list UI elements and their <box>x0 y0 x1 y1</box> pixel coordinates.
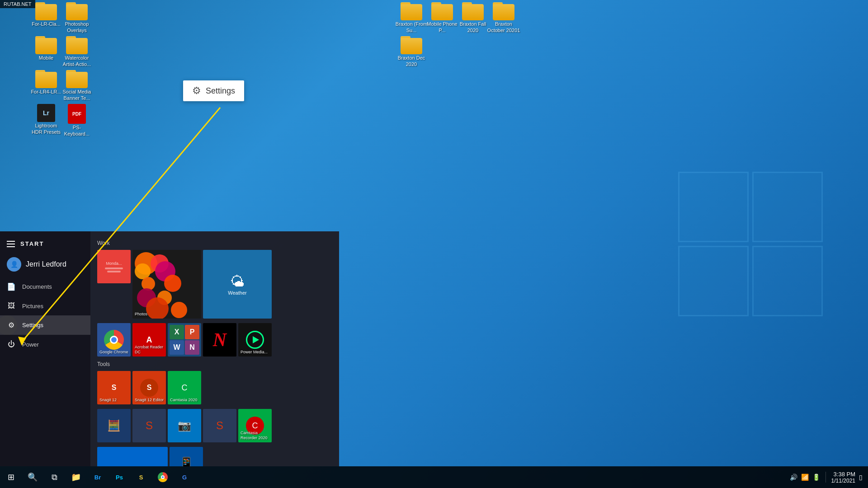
tile-yourphone[interactable]: 📱 Your Phone <box>170 447 203 466</box>
tile-photos[interactable]: Photos <box>132 250 201 319</box>
pictures-icon: 🖼 <box>7 302 16 310</box>
excel-icon: X <box>170 325 184 339</box>
acrobat-label: Acrobat Reader DC <box>135 345 166 355</box>
tile-snagit-small[interactable]: S <box>203 409 236 442</box>
user-name: Jerri Ledford <box>26 260 66 268</box>
word-icon: W <box>170 340 184 355</box>
start-menu-left: START 👤 Jerri Ledford 📄 Documents 🖼 Pict… <box>0 231 90 466</box>
start-nav-pictures[interactable]: 🖼 Pictures <box>0 296 90 315</box>
windows-logo-decoration <box>678 172 823 316</box>
section-label-work: Work <box>97 240 332 246</box>
clock-time: 3:38 PM <box>831 471 855 478</box>
hamburger-menu[interactable] <box>7 241 15 247</box>
weather-label: Weather <box>228 290 246 296</box>
powermedia-label: Power Media... <box>241 350 268 355</box>
tile-acrobat[interactable]: A Acrobat Reader DC <box>132 323 166 357</box>
tile-netflix[interactable]: N <box>203 323 236 357</box>
tile-monday[interactable]: Monda... <box>97 250 131 283</box>
clock-date: 1/11/2021 <box>831 478 855 484</box>
tile-weather[interactable]: 🌤 Weather <box>203 250 272 319</box>
start-user[interactable]: 👤 Jerri Ledford <box>0 252 90 277</box>
brigthon-taskbar-button[interactable]: Br <box>87 466 108 488</box>
pictures-label: Pictures <box>22 303 43 310</box>
start-header[interactable]: START <box>0 236 90 252</box>
settings-tooltip: ⚙ Settings <box>183 80 244 101</box>
user-avatar: 👤 <box>7 257 21 272</box>
start-button[interactable]: ⊞ <box>0 466 22 488</box>
taskbar: ⊞ 🔍 ⧉ 📁 Br Ps S G 🔊 📶 🔋 3:38 PM 1/11/202… <box>0 466 868 488</box>
tile-chrome[interactable]: Google Chrome <box>97 323 131 357</box>
camtasia-icon: C <box>175 379 193 397</box>
tools-row1: S Snagit 12 S Snagit 12 Editor C Camtasi… <box>97 371 332 404</box>
start-nav-power[interactable]: ⏻ Power <box>0 335 90 354</box>
tile-office[interactable]: X P W N <box>168 323 201 357</box>
tile-snagit-tray[interactable]: S <box>132 409 166 442</box>
desktop-icon-social-media[interactable]: Social Media Banner Te... <box>59 70 95 102</box>
snagit-tray-icon: S <box>132 409 166 442</box>
zoom-icon: 📷 <box>168 409 201 442</box>
tile-calculator[interactable]: 🧮 <box>97 409 131 442</box>
snagit-editor-label: Snagit 12 Editor <box>135 398 164 403</box>
desktop-icon-photoshop-overlays[interactable]: Photoshop Overlays <box>59 2 95 34</box>
snagit-taskbar-button[interactable]: S <box>130 466 152 488</box>
work-tile-row2: Google Chrome A Acrobat Reader DC X P W … <box>97 323 332 357</box>
taskbar-divider <box>826 472 826 483</box>
weather-sun-icon: 🌤 <box>230 273 245 290</box>
tray-network[interactable]: 📶 <box>801 474 809 481</box>
tray-icons[interactable]: 🔊 <box>790 474 797 481</box>
start-label: START <box>20 240 44 247</box>
tile-snagit-editor[interactable]: S Snagit 12 Editor <box>132 371 166 404</box>
tile-camtasia[interactable]: C Camtasia 2020 <box>168 371 201 404</box>
google-taskbar-button[interactable]: G <box>174 466 195 488</box>
tile-powermedia[interactable]: Power Media... <box>238 323 272 357</box>
snagit-small-icon: S <box>203 409 236 442</box>
chrome-label: Google Chrome <box>99 350 128 355</box>
settings-tooltip-label: Settings <box>206 86 235 96</box>
settings-label: Settings <box>22 322 43 328</box>
work-tile-group: Monda... <box>97 250 332 319</box>
desktop-icon-watercolor[interactable]: Watercolor Artist-Actio... <box>59 36 95 68</box>
chrome-icon <box>104 330 124 350</box>
documents-icon: 📄 <box>7 282 16 291</box>
rutab-badge: RUTAB.NET <box>0 0 35 8</box>
task-view-button[interactable]: ⧉ <box>43 466 65 488</box>
start-nav-documents[interactable]: 📄 Documents <box>0 277 90 296</box>
documents-label: Documents <box>22 283 52 290</box>
settings-gear-icon: ⚙ <box>192 85 201 97</box>
settings-icon: ⚙ <box>7 321 16 329</box>
power-label: Power <box>22 341 39 348</box>
start-menu-tiles: Work Monda... <box>90 231 339 466</box>
powerpoint-icon: P <box>185 325 199 339</box>
snagit12-icon: S <box>105 379 123 397</box>
power-media-icon <box>246 331 264 349</box>
search-button[interactable]: 🔍 <box>22 466 43 488</box>
taskbar-clock[interactable]: 3:38 PM 1/11/2021 <box>831 471 855 484</box>
desktop-icon-braxton-october-2020[interactable]: Braxton October 20201 <box>486 2 522 34</box>
camtasia-recorder-label: Camtasia Recorder 2020 <box>241 431 272 441</box>
tile-snagit12[interactable]: S Snagit 12 <box>97 371 131 404</box>
netflix-icon: N <box>213 329 226 351</box>
taskbar-right: 🔊 📶 🔋 3:38 PM 1/11/2021 ▯ <box>790 471 868 484</box>
start-nav-settings[interactable]: ⚙ Settings <box>0 315 90 335</box>
start-menu: START 👤 Jerri Ledford 📄 Documents 🖼 Pict… <box>0 231 339 466</box>
power-icon: ⏻ <box>7 340 16 348</box>
desktop-icon-braxton-dec-2020[interactable]: Braxton Dec 2020 <box>393 36 429 68</box>
onenote-icon: N <box>185 340 199 355</box>
tray-battery[interactable]: 🔋 <box>812 474 820 481</box>
tools-row2: 🧮 S 📷 S C Camtasia Recorder 2020 <box>97 409 332 442</box>
file-explorer-button[interactable]: 📁 <box>65 466 87 488</box>
calculator-icon: 🧮 <box>97 409 131 442</box>
tile-camtasia-recorder[interactable]: C Camtasia Recorder 2020 <box>238 409 272 442</box>
section-label-tools: Tools <box>97 361 332 367</box>
tile-zoom[interactable]: 📷 <box>168 409 201 442</box>
desktop: RUTAB.NET For-LR-Cla... Photoshop Overla… <box>0 0 868 488</box>
photoshop-taskbar-button[interactable]: Ps <box>108 466 130 488</box>
snagit-editor-icon: S <box>140 379 158 397</box>
tile-msstore[interactable]: 🛍 Microsoft Store <box>97 447 168 466</box>
desktop-icon-ps-keyboard[interactable]: PDF PS-Keyboard... <box>59 104 95 138</box>
yourphone-icon: 📱 <box>179 456 194 467</box>
show-desktop-button[interactable]: ▯ <box>859 474 863 481</box>
photos-tile-label: Photos <box>135 312 147 317</box>
chrome-taskbar-button[interactable] <box>152 466 174 488</box>
camtasia-label: Camtasia 2020 <box>170 398 198 403</box>
